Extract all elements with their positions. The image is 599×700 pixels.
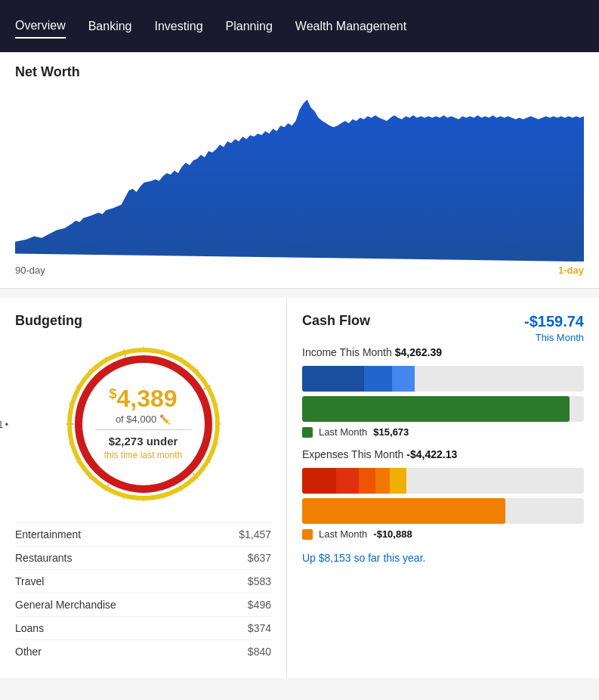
expense-last-month-label: Last Month: [319, 528, 367, 540]
income-seg2: [364, 366, 392, 392]
income-last-bar-track: [302, 396, 584, 422]
gauge-chart[interactable]: $4,389 of $4,000 ✏️ $2,273 under this ti…: [60, 341, 227, 507]
budget-item-label: General Merchandise: [15, 599, 116, 611]
expense-seg4: [375, 468, 390, 494]
list-item[interactable]: Entertainment $1,457: [15, 522, 271, 546]
net-worth-title: Net Worth: [15, 64, 584, 80]
chart-label-left: 90-day: [15, 265, 45, 276]
budget-item-amount: $496: [248, 599, 271, 611]
cashflow-amount: -$159.74: [524, 313, 584, 330]
budget-item-label: Entertainment: [15, 528, 81, 540]
edit-icon[interactable]: ✏️: [159, 414, 171, 425]
expense-seg5: [390, 468, 406, 494]
income-label: Income This Month $4,262.39: [302, 346, 584, 358]
budget-item-label: Travel: [15, 575, 44, 587]
income-current-bar: [302, 366, 584, 392]
nav-wealth-management[interactable]: Wealth Management: [295, 15, 406, 38]
expense-last-bar: [302, 498, 505, 524]
cashflow-period: This Month: [524, 332, 584, 343]
income-bar-group: Last Month $15,673: [302, 366, 584, 438]
cashflow-panel: Cash Flow -$159.74 This Month Income Thi…: [287, 298, 599, 678]
budget-items: Entertainment $1,457 Restaurants $637 Tr…: [15, 522, 271, 663]
nav-overview[interactable]: Overview: [15, 14, 66, 39]
bottom-panels: Budgeting 21 •: [0, 298, 599, 678]
income-legend-dot: [302, 427, 313, 438]
expense-seg1: [302, 468, 336, 494]
gauge-day-label: 21 •: [0, 419, 8, 430]
income-legend: Last Month $15,673: [302, 426, 584, 438]
list-item[interactable]: Other $840: [15, 640, 271, 663]
chart-labels: 90-day 1-day: [15, 262, 584, 280]
budgeting-title: Budgeting: [15, 313, 271, 329]
income-last-month-label: Last Month: [319, 426, 367, 438]
nav-banking[interactable]: Banking: [88, 15, 132, 38]
gauge-divider: [95, 429, 192, 430]
budget-item-amount: $637: [248, 552, 271, 564]
chart-label-right: 1-day: [558, 265, 584, 276]
section-divider: [0, 289, 599, 293]
list-item[interactable]: Restaurants $637: [15, 546, 271, 569]
expense-seg3: [359, 468, 375, 494]
budget-item-amount: $583: [248, 575, 271, 587]
list-item[interactable]: Travel $583: [15, 569, 271, 593]
income-seg3: [392, 366, 415, 392]
income-last-bar: [302, 396, 570, 422]
income-last-month-amount: $15,673: [373, 426, 409, 438]
expense-seg2: [336, 468, 359, 494]
expense-bar-group: Last Month -$10,888: [302, 468, 584, 540]
net-worth-chart[interactable]: [15, 88, 584, 262]
cashflow-footer: Up $8,153 so far this year.: [302, 552, 584, 564]
income-seg1: [302, 366, 364, 392]
budget-item-amount: $840: [248, 646, 271, 658]
cashflow-header: Cash Flow -$159.74 This Month: [302, 313, 584, 343]
expense-legend-dot: [302, 529, 313, 540]
nav-investing[interactable]: Investing: [155, 15, 203, 38]
expense-current-bar: [302, 468, 584, 494]
budgeting-panel: Budgeting 21 •: [0, 298, 287, 678]
gauge-sub: this time last month: [83, 450, 204, 462]
gauge-under: $2,273 under: [83, 435, 204, 448]
net-worth-section: Net Worth 90-day 1-day: [0, 52, 599, 289]
expense-last-month-amount: -$10,888: [373, 528, 412, 540]
budget-item-label: Loans: [15, 622, 44, 634]
budget-item-label: Restaurants: [15, 552, 72, 564]
nav-planning[interactable]: Planning: [226, 15, 273, 38]
expense-legend: Last Month -$10,888: [302, 528, 584, 540]
main-nav: Overview Banking Investing Planning Weal…: [0, 0, 599, 52]
expense-label: Expenses This Month -$4,422.13: [302, 448, 584, 460]
cashflow-title: Cash Flow: [302, 313, 370, 329]
list-item[interactable]: Loans $374: [15, 616, 271, 640]
budget-item-label: Other: [15, 646, 42, 658]
budget-item-amount: $1,457: [239, 528, 271, 540]
expense-current-bar-track: [302, 468, 584, 494]
gauge-wrapper: 21 •: [15, 341, 271, 507]
gauge-center: $4,389 of $4,000 ✏️ $2,273 under this ti…: [83, 386, 204, 462]
expense-last-bar-track: [302, 498, 584, 524]
gauge-of: of $4,000 ✏️: [83, 413, 204, 425]
gauge-amount: $4,389: [83, 386, 204, 410]
income-current-bar-track: [302, 366, 584, 392]
cashflow-right: -$159.74 This Month: [524, 313, 584, 343]
budget-item-amount: $374: [248, 622, 271, 634]
list-item[interactable]: General Merchandise $496: [15, 593, 271, 616]
